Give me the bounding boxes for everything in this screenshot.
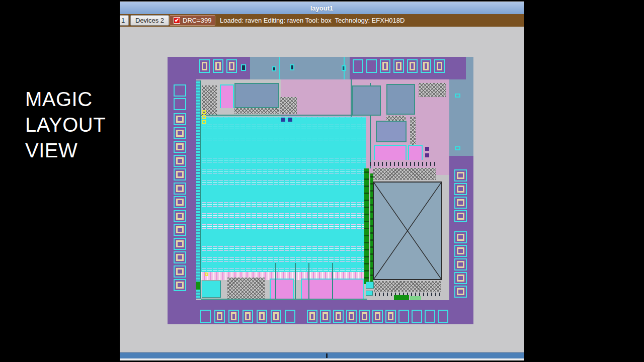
io-pad <box>454 272 467 284</box>
hatch-block <box>374 281 441 292</box>
green-column <box>364 168 369 284</box>
yellow-mark <box>202 115 206 119</box>
io-pad <box>353 59 363 73</box>
io-pad <box>271 310 281 323</box>
h-scrollbar[interactable] <box>120 352 524 358</box>
sram-macro <box>373 182 442 280</box>
drc-label: DRC=399 <box>183 17 211 24</box>
slate-block <box>352 85 381 116</box>
drc-checkmark-icon: ✔ <box>175 18 179 23</box>
io-pad <box>454 286 467 298</box>
cyan-block <box>202 281 221 298</box>
drc-toggle[interactable]: ✔ DRC=399 <box>170 15 215 26</box>
teal-line <box>308 263 309 299</box>
io-pad <box>174 265 186 278</box>
io-pad <box>174 279 186 291</box>
io-pad <box>213 59 223 73</box>
io-pad <box>366 59 377 73</box>
io-pad <box>454 183 467 195</box>
window-title: layout1 <box>310 5 334 12</box>
green-block <box>394 295 409 300</box>
layout-canvas[interactable] <box>120 27 524 352</box>
bottom-strip <box>120 358 524 360</box>
io-pad <box>380 59 390 73</box>
chip-layout <box>168 57 473 324</box>
purple-mark <box>425 153 429 157</box>
slide-background: MAGIC LAYOUT VIEW layout1 1 Devices 2 ✔ … <box>0 0 644 362</box>
io-pad <box>407 59 418 73</box>
io-pad <box>425 310 435 323</box>
io-pad <box>398 310 409 323</box>
slate-right-column <box>449 79 473 156</box>
pink-block <box>220 84 234 108</box>
hatch-block <box>280 97 297 114</box>
cyan-mark <box>455 94 460 98</box>
io-pad <box>412 310 422 323</box>
io-pad <box>174 183 186 195</box>
scrollbar-cursor[interactable] <box>326 353 328 358</box>
io-pad <box>320 310 331 323</box>
devices-2-button[interactable]: Devices 2 <box>130 15 169 26</box>
titlebar[interactable]: layout1 <box>120 2 524 14</box>
cyan-vline <box>344 57 345 79</box>
io-pad <box>174 155 186 167</box>
toolbar: 1 Devices 2 ✔ DRC=399 Loaded: raven Edit… <box>120 14 524 27</box>
slate-block <box>386 84 415 115</box>
io-pad <box>385 310 396 323</box>
io-pad <box>454 258 467 270</box>
contact-row <box>370 162 436 166</box>
hatch-block <box>227 278 265 299</box>
io-pad <box>174 238 186 250</box>
hatch-block <box>410 117 416 146</box>
io-pad <box>307 310 317 323</box>
io-pad <box>199 59 210 73</box>
cyan-vline <box>279 57 280 79</box>
io-pad <box>228 310 239 323</box>
io-pad <box>214 310 225 323</box>
devices-1-button-clipped[interactable]: 1 <box>120 15 129 26</box>
cyan-block <box>366 282 374 289</box>
io-pad <box>174 251 186 263</box>
magic-window: layout1 1 Devices 2 ✔ DRC=399 Loaded: ra… <box>120 2 524 360</box>
slate-block <box>376 121 407 142</box>
io-pad <box>454 231 467 243</box>
io-pad <box>372 310 383 323</box>
slate-top-middle <box>250 57 350 79</box>
io-pad <box>174 141 186 153</box>
slide-caption: MAGIC LAYOUT VIEW <box>25 86 106 163</box>
teal-line <box>201 299 367 300</box>
slate-corner-top-right <box>466 57 473 79</box>
yellow-mark <box>202 120 206 124</box>
magenta-strip <box>374 145 407 160</box>
teal-line <box>275 263 276 299</box>
io-pad <box>438 310 448 323</box>
green-block-light <box>410 296 421 300</box>
io-pad <box>174 98 186 110</box>
io-pad <box>454 169 467 182</box>
cyan-mark <box>241 64 246 71</box>
yellow-mark <box>205 273 208 276</box>
core-cells <box>201 117 366 274</box>
cyan-mark <box>455 146 460 150</box>
io-pad <box>346 310 357 323</box>
cyan-mark <box>272 66 276 71</box>
cyan-block <box>366 291 373 296</box>
io-pad <box>174 113 186 125</box>
magenta-strip <box>408 145 423 160</box>
hatch-block <box>234 108 279 114</box>
io-pad <box>174 127 186 139</box>
io-pad <box>393 59 404 73</box>
io-pad <box>454 197 467 209</box>
teal-line <box>332 263 333 299</box>
slate-block <box>234 83 279 108</box>
io-pad <box>333 310 344 323</box>
blue-mark <box>281 118 285 122</box>
hatch-block <box>419 83 446 97</box>
io-pad <box>226 59 237 73</box>
io-pad <box>257 310 267 323</box>
hatch-block <box>373 168 436 180</box>
drc-checkbox[interactable]: ✔ <box>174 17 180 24</box>
caption-line-2: LAYOUT <box>25 112 106 138</box>
status-text: Loaded: raven Editing: raven Tool: box T… <box>220 14 405 27</box>
cyan-mark <box>290 64 294 70</box>
